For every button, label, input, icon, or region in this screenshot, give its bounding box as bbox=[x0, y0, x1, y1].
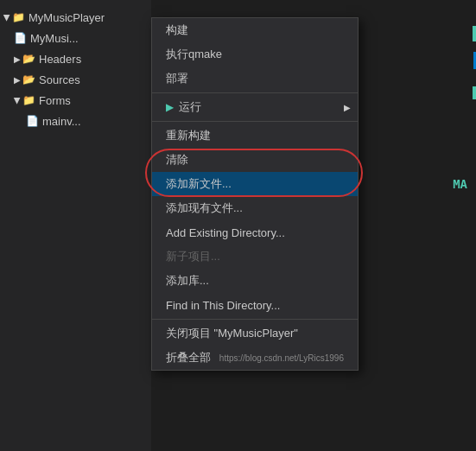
right-indicator-1 bbox=[473, 26, 476, 41]
menu-label-build: 构建 bbox=[166, 22, 188, 38]
menu-label-run: 运行 bbox=[179, 99, 201, 115]
menu-label-collapse-all: 折叠全部 bbox=[166, 350, 211, 365]
menu-item-build[interactable]: 构建 bbox=[152, 18, 358, 42]
menu-label-find-in-dir: Find in This Directory... bbox=[166, 299, 280, 312]
separator-2 bbox=[152, 121, 358, 122]
folder-icon-headers: 📂 bbox=[22, 53, 35, 65]
menu-label-deploy: 部署 bbox=[166, 71, 188, 86]
menu-item-clean[interactable]: 清除 bbox=[152, 148, 358, 172]
right-indicator-2 bbox=[473, 86, 476, 99]
menu-label-add-existing-dir: Add Existing Directory... bbox=[166, 226, 285, 239]
tree-label-project: MyMusicPlayer bbox=[29, 11, 105, 24]
menu-label-add-existing-file: 添加现有文件... bbox=[166, 200, 243, 216]
tree-label-headers: Headers bbox=[39, 53, 81, 66]
ide-window: ▶ 📁 MyMusicPlayer 📄 MyMusi... ▶ 📂 Header… bbox=[0, 0, 476, 451]
menu-item-qmake[interactable]: 执行qmake bbox=[152, 42, 358, 67]
menu-item-close-project[interactable]: 关闭项目 "MyMusicPlayer" bbox=[152, 321, 358, 346]
menu-label-add-new-file: 添加新文件... bbox=[166, 176, 232, 192]
tree-item-forms[interactable]: ▶ 📁 Forms bbox=[0, 90, 151, 111]
menu-item-add-new-file[interactable]: 添加新文件... bbox=[152, 172, 358, 196]
run-arrow-icon: ▶ bbox=[166, 101, 174, 113]
folder-icon-forms: 📁 bbox=[22, 94, 35, 106]
menu-item-run[interactable]: ▶ 运行 ▶ bbox=[152, 95, 358, 119]
tree-arrow-forms: ▶ bbox=[13, 97, 22, 104]
menu-label-close-project: 关闭项目 "MyMusicPlayer" bbox=[166, 326, 298, 341]
menu-item-add-library[interactable]: 添加库... bbox=[152, 269, 358, 293]
tree-label-forms: Forms bbox=[39, 94, 71, 107]
tree-panel: ▶ 📁 MyMusicPlayer 📄 MyMusi... ▶ 📂 Header… bbox=[0, 0, 151, 451]
tree-item-project[interactable]: ▶ 📁 MyMusicPlayer bbox=[0, 7, 151, 28]
tree-arrow-sources: ▶ bbox=[14, 75, 21, 85]
menu-label-rebuild: 重新构建 bbox=[166, 128, 211, 143]
tree-arrow-project: ▶ bbox=[3, 14, 12, 21]
menu-label-new-subproject: 新子项目... bbox=[166, 249, 220, 264]
tree-item-headers[interactable]: ▶ 📂 Headers bbox=[0, 48, 151, 69]
file-icon-mymusi: 📄 bbox=[14, 32, 27, 44]
submenu-arrow-run: ▶ bbox=[344, 103, 351, 112]
context-menu: 构建 执行qmake 部署 ▶ 运行 ▶ 重新构建 清除 添加新文件... 添加… bbox=[151, 17, 359, 371]
tree-label-sources: Sources bbox=[39, 73, 80, 86]
tree-label-mainv: mainv... bbox=[42, 115, 81, 128]
tree-arrow-headers: ▶ bbox=[14, 54, 21, 64]
tree-item-mainv[interactable]: 📄 mainv... bbox=[0, 111, 151, 131]
file-icon-mainv: 📄 bbox=[26, 115, 39, 127]
menu-item-find-in-dir[interactable]: Find in This Directory... bbox=[152, 293, 358, 317]
menu-item-new-subproject[interactable]: 新子项目... bbox=[152, 245, 358, 269]
ma-text: MA bbox=[453, 177, 467, 191]
tree-label-mymusi: MyMusi... bbox=[30, 32, 79, 45]
menu-label-qmake: 执行qmake bbox=[166, 47, 222, 62]
menu-item-collapse-all[interactable]: 折叠全部 https://blog.csdn.net/LyRics1996 bbox=[152, 346, 358, 370]
separator-1 bbox=[152, 92, 358, 93]
separator-3 bbox=[152, 319, 358, 320]
folder-icon-project: 📁 bbox=[12, 11, 25, 23]
menu-label-add-library: 添加库... bbox=[166, 273, 209, 289]
tree-item-mymusi[interactable]: 📄 MyMusi... bbox=[0, 28, 151, 48]
status-url-inline: https://blog.csdn.net/LyRics1996 bbox=[219, 353, 344, 363]
menu-label-clean: 清除 bbox=[166, 152, 188, 168]
menu-item-add-existing-file[interactable]: 添加现有文件... bbox=[152, 196, 358, 220]
menu-item-add-existing-dir[interactable]: Add Existing Directory... bbox=[152, 220, 358, 245]
folder-icon-sources: 📂 bbox=[22, 73, 35, 86]
menu-item-deploy[interactable]: 部署 bbox=[152, 67, 358, 91]
tree-item-sources[interactable]: ▶ 📂 Sources bbox=[0, 69, 151, 90]
menu-item-rebuild[interactable]: 重新构建 bbox=[152, 124, 358, 148]
